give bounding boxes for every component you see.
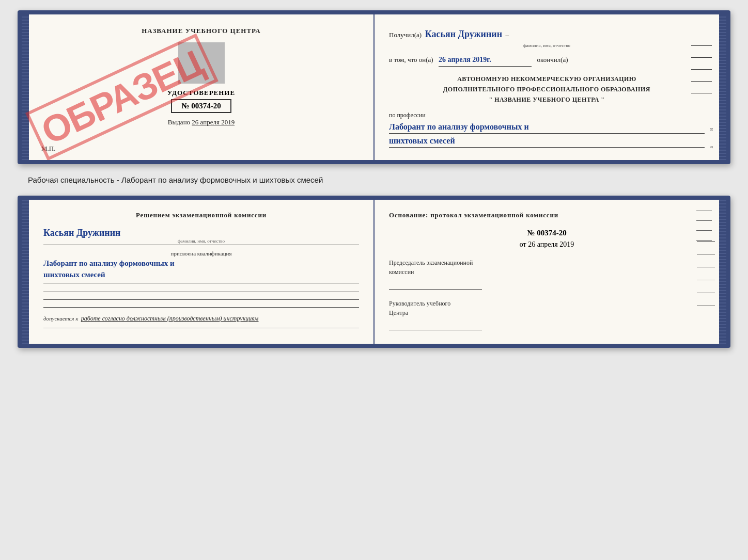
org-line1: АВТОНОМНУЮ НЕКОММЕРЧЕСКУЮ ОРГАНИЗАЦИЮ (389, 74, 705, 84)
date-value: 26 апреля 2019г. (439, 54, 532, 66)
sig-line-1 (43, 292, 359, 292)
name-sub: фамилия, имя, отчество (43, 238, 359, 244)
name-field: Касьян Дружинин фамилия, имя, отчество (43, 228, 359, 245)
bottom-right-page: Основание: протокол экзаменационной коми… (375, 200, 719, 344)
protocol-date-value: 26 апреля 2019 (528, 241, 574, 248)
sig-line-2 (43, 299, 359, 300)
cert-number: № 00374-20 (171, 99, 231, 113)
bd4 (696, 240, 712, 241)
cert-label: УДОСТОВЕРЕНИЕ (43, 89, 359, 97)
person-name: Касьян Дружинин (43, 228, 120, 238)
org-line2: ДОПОЛНИТЕЛЬНОГО ПРОФЕССИОНАЛЬНОГО ОБРАЗО… (389, 84, 705, 94)
protocol-date-prefix: от (520, 241, 526, 248)
org-line3: " НАЗВАНИЕ УЧЕБНОГО ЦЕНТРА " (389, 94, 705, 105)
bottom-spine-right (719, 200, 726, 344)
mp-label: М.П. (41, 145, 55, 153)
right-decorative-lines (691, 45, 712, 93)
in-that-label: в том, что он(а) (389, 56, 433, 63)
protocol-date: от 26 апреля 2019 (389, 241, 705, 249)
cert-box: УДОСТОВЕРЕНИЕ № 00374-20 (43, 89, 359, 113)
bd3 (696, 230, 712, 231)
deco-line-4 (691, 81, 712, 82)
top-right-page: Получил(а) Касьян Дружинин – фамилия, им… (375, 14, 719, 160)
bottom-document-book: Решением экзаменационной комиссии Касьян… (18, 196, 730, 348)
top-document-book: НАЗВАНИЕ УЧЕБНОГО ЦЕНТРА УДОСТОВЕРЕНИЕ №… (18, 10, 730, 164)
photo-placeholder (178, 42, 225, 84)
bd1 (696, 211, 712, 211)
finished-label: окончил(а) (537, 56, 568, 63)
director-line1: Руководитель учебного (389, 300, 450, 307)
received-label: Получил(а) (389, 31, 422, 39)
bottom-deco-6 (697, 306, 715, 306)
profession-h2: шихтовых смесей (389, 135, 705, 148)
side-text-а: а (708, 146, 714, 148)
bottom-deco-4 (697, 280, 715, 280)
bottom-left-page: Решением экзаменационной комиссии Касьян… (29, 200, 375, 344)
director-sig-line (389, 330, 482, 330)
deco-line-1 (691, 45, 712, 46)
assigned-label: присвоена квалификация (43, 250, 359, 257)
top-left-page: НАЗВАНИЕ УЧЕБНОГО ЦЕНТРА УДОСТОВЕРЕНИЕ №… (29, 14, 375, 160)
issued-text: Выдано (168, 118, 190, 126)
side-text-и: и (708, 128, 714, 131)
deco-line-3 (691, 69, 712, 70)
bot-side-bottom-deco (696, 211, 712, 241)
book-spine-right (719, 14, 726, 160)
director-label: Руководитель учебного Центра (389, 299, 705, 317)
profession-label: по профессии (389, 111, 426, 119)
specialty-label: Рабочая специальность - Лаборант по анал… (18, 172, 730, 187)
bottom-deco-5 (697, 293, 715, 293)
side-text-arrow: ← (708, 162, 714, 164)
recipient-name: Касьян Дружинин (425, 29, 502, 39)
profession-h1: Лаборант по анализу формовочных и (389, 121, 705, 134)
date-line: в том, что он(а) 26 апреля 2019г. окончи… (389, 54, 705, 66)
protocol-number: № 00374-20 (389, 229, 705, 237)
allowed-label: допускается к работе согласно должностны… (43, 315, 359, 323)
bottom-right-deco (697, 241, 715, 306)
org-block: АВТОНОМНУЮ НЕКОММЕРЧЕСКУЮ ОРГАНИЗАЦИЮ ДО… (389, 74, 705, 105)
bd2 (696, 220, 712, 221)
sig-line-3 (43, 307, 359, 308)
bottom-deco-1 (697, 241, 715, 242)
bottom-deco-3 (697, 267, 715, 267)
deco-line-5 (691, 93, 712, 93)
allowed-sig-line (43, 328, 359, 328)
director-line2: Центра (389, 309, 408, 316)
recipient-line: Получил(а) Касьян Дружинин – фамилия, им… (389, 27, 705, 49)
decision-title: Решением экзаменационной комиссии (43, 211, 359, 219)
signature-lines-left (43, 292, 359, 308)
recipient-sub: фамилия, имя, отчество (389, 42, 705, 49)
qual-line1: Лаборант по анализу формовочных и (43, 259, 175, 267)
chairman-line2: комиссии (389, 268, 414, 276)
chairman-sig-line (389, 289, 482, 290)
qualification-block: Лаборант по анализу формовочных и шихтов… (43, 258, 359, 283)
chairman-label: Председатель экзаменационной комиссии (389, 258, 705, 277)
deco-line-2 (691, 57, 712, 58)
bottom-spine-left (22, 200, 29, 344)
chairman-line1: Председатель экзаменационной (389, 259, 473, 266)
profession-block: по профессии Лаборант по анализу формово… (389, 110, 705, 148)
qual-line2: шихтовых смесей (43, 270, 105, 279)
issued-date-value: 26 апреля 2019 (192, 118, 235, 126)
book-spine-left (22, 14, 29, 160)
basis-title: Основание: протокол экзаменационной коми… (389, 211, 705, 219)
issued-date: Выдано 26 апреля 2019 (43, 118, 359, 126)
bottom-deco-2 (697, 254, 715, 254)
allowed-prefix: допускается к (43, 315, 78, 322)
allowed-text: работе согласно должностным (производств… (81, 315, 259, 322)
school-title-top: НАЗВАНИЕ УЧЕБНОГО ЦЕНТРА (43, 27, 359, 35)
